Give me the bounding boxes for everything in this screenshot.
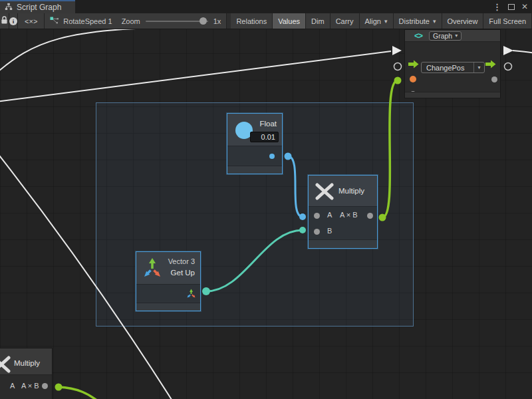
titlebar: Script Graph ⋮ ✕ xyxy=(0,0,532,13)
carry-button[interactable]: Carry xyxy=(331,13,360,29)
wire-endpoint[interactable] xyxy=(394,77,402,84)
wire-white-topleft[interactable] xyxy=(0,29,190,74)
wire-endpoint[interactable] xyxy=(285,153,292,160)
tab-title: Script Graph xyxy=(17,3,61,12)
wire-white-to-graph-input[interactable] xyxy=(0,51,391,102)
port-b-label: B xyxy=(327,227,332,235)
float-node[interactable]: Float 0.01 xyxy=(227,113,283,174)
wire-multiply2-result-out[interactable] xyxy=(59,387,101,399)
chevron-down-icon: ▾ xyxy=(384,18,388,25)
info-icon: i xyxy=(9,17,17,25)
multiply-icon xyxy=(315,183,334,203)
port-dot[interactable] xyxy=(314,213,320,219)
toolbar: i <×> RotateSpeed 1 Zoom 1x Relations Va… xyxy=(0,13,532,29)
port-result-label: A × B xyxy=(340,211,358,219)
float-node-body xyxy=(227,147,282,166)
lock-button[interactable] xyxy=(0,13,9,29)
multiply-node[interactable]: Multiply A A × B B xyxy=(308,175,378,249)
script-graph-window: Script Graph ⋮ ✕ i <×> RotateSpeed 1 Zoo… xyxy=(0,0,532,399)
graph-node-body: ChangePos ▾ xyxy=(405,42,500,93)
unconnected-port-ring-right[interactable] xyxy=(505,63,512,70)
wire-multiply-to-changepos[interactable] xyxy=(382,80,398,217)
window-close-icon[interactable]: ✕ xyxy=(521,3,528,11)
port-dot[interactable] xyxy=(367,213,373,219)
vector3-icon xyxy=(140,256,164,283)
node-footer xyxy=(309,239,377,248)
values-button[interactable]: Values xyxy=(273,13,306,29)
window-menu-icon[interactable]: ⋮ xyxy=(493,3,501,11)
zoom-slider[interactable] xyxy=(146,21,208,22)
distribute-dropdown-button[interactable]: Distribute▾ xyxy=(394,13,442,29)
api-button[interactable]: <×> xyxy=(18,13,45,29)
api-icon: <×> xyxy=(25,17,37,25)
getup-node-header: Vector 3 Get Up xyxy=(136,252,200,285)
port-dot-orange[interactable] xyxy=(410,76,416,82)
port-dot[interactable] xyxy=(491,76,497,82)
graph-breadcrumb-icon xyxy=(50,17,59,26)
script-graph-brackets-icon: <> xyxy=(414,31,422,41)
wire-float-to-multiply-a[interactable] xyxy=(288,156,303,217)
float-value-input[interactable]: 0.01 xyxy=(250,132,279,142)
port-a-label: A xyxy=(327,211,332,219)
wire-getup-to-multiply-b[interactable] xyxy=(206,230,303,291)
float-node-header: Float 0.01 xyxy=(227,114,282,146)
multiply2-node-header: Multiply xyxy=(0,348,52,375)
zoom-value: 1x xyxy=(213,17,221,25)
wire-endpoint[interactable] xyxy=(299,213,306,220)
node-footer xyxy=(227,166,282,174)
getup-node-body xyxy=(136,285,200,303)
flow-arrow-in-icon[interactable] xyxy=(408,59,419,71)
graph-breadcrumb-label: RotateSpeed 1 xyxy=(63,17,112,25)
port-result-label: A × B xyxy=(21,382,39,390)
node-title: Get Up xyxy=(171,269,195,277)
toolbar-buttons: Relations Values Dim Carry Align▾ Distri… xyxy=(231,13,532,29)
vector3-getup-node[interactable]: Vector 3 Get Up xyxy=(136,251,201,311)
fullscreen-button[interactable]: Full Screen xyxy=(483,13,532,29)
changepos-dropdown[interactable]: ChangePos ▾ xyxy=(421,62,485,73)
unconnected-port-ring-left[interactable] xyxy=(394,63,402,70)
relations-button[interactable]: Relations xyxy=(231,13,273,29)
multiply-icon xyxy=(0,356,11,376)
port-dot[interactable] xyxy=(314,229,320,235)
flow-arrow-out-icon[interactable] xyxy=(485,59,496,71)
graph-canvas[interactable]: <> Graph ▾ ChangePos ▾ xyxy=(0,29,532,399)
zoom-control: Zoom 1x xyxy=(119,13,227,29)
align-dropdown-button[interactable]: Align▾ xyxy=(360,13,394,29)
multiply2-row-a: A A × B xyxy=(0,376,52,396)
chevron-down-icon: ▾ xyxy=(433,18,436,25)
chevron-down-icon: ▾ xyxy=(473,63,484,72)
node-title: Float xyxy=(259,120,277,128)
graph-event-node[interactable]: <> Graph ▾ ChangePos ▾ xyxy=(404,29,501,98)
graph-breadcrumb[interactable]: RotateSpeed 1 xyxy=(45,13,118,29)
zoom-slider-handle[interactable] xyxy=(200,17,207,25)
port-a-label: A xyxy=(10,382,15,390)
multiply-node-header: Multiply xyxy=(309,176,377,207)
info-button[interactable]: i xyxy=(9,13,19,29)
vector3-output-port-icon[interactable] xyxy=(186,288,197,302)
tab-script-graph[interactable]: Script Graph xyxy=(0,0,75,13)
zoom-label: Zoom xyxy=(122,17,140,25)
chevron-down-icon: ▾ xyxy=(455,33,458,39)
dim-button[interactable]: Dim xyxy=(306,13,331,29)
flow-input-arrowhead[interactable] xyxy=(392,46,402,55)
wire-white-from-graph-output[interactable] xyxy=(513,51,532,53)
wire-endpoint[interactable] xyxy=(299,227,306,233)
graph-dropdown[interactable]: Graph ▾ xyxy=(429,31,462,41)
multiply-node-partial[interactable]: Multiply A A × B xyxy=(0,348,53,399)
wire-endpoint[interactable] xyxy=(55,384,63,391)
node-title: Multiply xyxy=(338,187,364,195)
wire-endpoint[interactable] xyxy=(202,287,210,295)
graph-node-header: <> Graph ▾ xyxy=(405,30,500,42)
overview-button[interactable]: Overview xyxy=(442,13,484,29)
node-title: Multiply xyxy=(14,359,40,367)
window-maximize-icon[interactable] xyxy=(508,4,515,10)
multiply-row-b: B xyxy=(309,223,377,239)
node-footer xyxy=(136,303,200,311)
float-output-port[interactable] xyxy=(269,154,275,159)
lock-icon xyxy=(1,16,8,26)
port-dot[interactable] xyxy=(42,383,48,389)
flow-output-arrowhead[interactable] xyxy=(503,46,513,55)
wire-endpoint[interactable] xyxy=(379,214,386,221)
node-footer xyxy=(405,92,500,98)
script-graph-icon xyxy=(5,1,13,13)
